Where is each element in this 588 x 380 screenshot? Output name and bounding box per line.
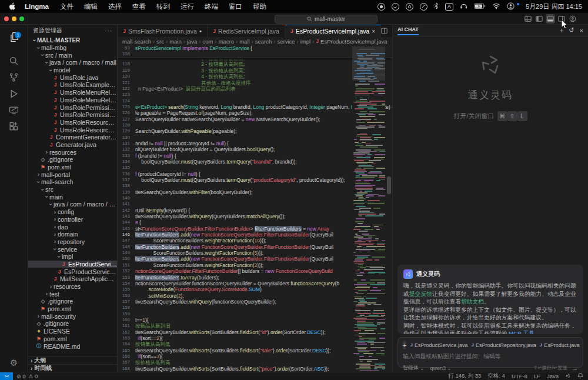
tree-item[interactable]: JUmsRoleResourceRelationExample.j...	[28, 126, 117, 134]
tree-item[interactable]: ›main	[28, 193, 117, 201]
breadcrumb-item[interactable]: com	[203, 38, 213, 45]
tree-item[interactable]: ›java / com / macro / mall	[28, 59, 117, 66]
menu-app-name[interactable]: Lingma	[19, 3, 55, 10]
tree-item[interactable]: ⚑pom.xml	[28, 164, 117, 171]
customize-layout-icon[interactable]	[523, 14, 533, 24]
breadcrumb-item[interactable]: main	[169, 38, 182, 45]
menu-item[interactable]: 选择	[103, 3, 127, 10]
status-item[interactable]: UTF-8	[512, 373, 527, 379]
tree-item[interactable]: JUmsRoleMenuRelation.java	[28, 89, 117, 96]
tree-item[interactable]: ◇.gitignore	[28, 156, 117, 164]
breadcrumb-item[interactable]: search	[255, 38, 272, 45]
maximize-window-button[interactable]	[19, 16, 24, 21]
status-item[interactable]: Java	[547, 373, 559, 379]
menu-item[interactable]: 文件	[55, 3, 79, 10]
command-center-search[interactable]: mall-master	[275, 15, 377, 24]
headphones-icon[interactable]	[460, 2, 467, 11]
menu-item[interactable]: 窗口	[223, 3, 248, 10]
explorer-icon[interactable]	[0, 29, 28, 45]
status-item[interactable]: 空格: 4	[487, 372, 505, 380]
tree-item[interactable]: JGenerator.java	[28, 141, 117, 149]
chat-input[interactable]: + JEsProductService.javaJEsProductReposi…	[397, 337, 583, 368]
tree-item[interactable]: ›domain	[28, 231, 117, 238]
tree-item[interactable]: ›service	[28, 245, 117, 253]
tree-item[interactable]: JUmsRoleResourceRelation.java	[28, 119, 117, 126]
editor-tab[interactable]: JRedisServiceImpl.java	[208, 25, 285, 37]
warnings-indicator[interactable]: ⚠ 0	[28, 373, 38, 379]
tree-item[interactable]: ✦LICENSE	[28, 328, 117, 335]
breadcrumb-item[interactable]: service	[277, 38, 295, 45]
breadcrumb-item[interactable]: macro	[219, 38, 234, 45]
inline-link[interactable]: MCP 工具	[509, 330, 534, 334]
editor-tab[interactable]: JEsProductServiceImpl.java×	[285, 25, 381, 37]
tree-item[interactable]: ›mall-search	[28, 178, 117, 186]
tree-item[interactable]: ◇.gitignore	[28, 320, 117, 328]
breadcrumb-item[interactable]: mall	[239, 38, 249, 45]
bell-icon[interactable]	[577, 372, 583, 380]
errors-indicator[interactable]: ⊘ 0	[16, 373, 26, 379]
inline-link[interactable]: 提交反馈	[409, 291, 432, 297]
tree-item[interactable]: ›dao	[28, 223, 117, 231]
toggle-sidebar-left-icon[interactable]	[534, 14, 544, 24]
minimap[interactable]	[352, 45, 385, 372]
breadcrumb-item[interactable]: java	[187, 38, 197, 45]
menu-item[interactable]: 查看	[127, 3, 151, 10]
menu-extra-icon-2[interactable]	[406, 3, 413, 11]
minimize-window-button[interactable]	[12, 16, 16, 21]
explorer-more-icon[interactable]: ···	[105, 28, 112, 34]
search-panel-icon[interactable]	[0, 53, 28, 68]
model-dropdown[interactable]: qwen3⌄	[430, 365, 452, 371]
screen-record-icon[interactable]	[377, 3, 385, 11]
tree-item[interactable]: ›resources	[28, 283, 117, 291]
bluetooth-icon[interactable]	[434, 2, 439, 11]
tree-item[interactable]: ›config	[28, 208, 117, 216]
chat-input-placeholder[interactable]: 输入问题或粘贴图片进行提问、编码等	[403, 353, 578, 361]
account-icon[interactable]	[568, 14, 577, 24]
settings-gear-icon[interactable]: ⚙	[0, 355, 28, 371]
tree-item[interactable]: ›test	[28, 290, 117, 298]
tree-item[interactable]: ›src / main	[28, 51, 117, 59]
close-tab-icon[interactable]: ×	[372, 28, 375, 35]
menu-clock[interactable]: 5月29日 周四 14:15	[526, 2, 582, 11]
context-chip[interactable]: JEsProduct.java	[540, 342, 580, 348]
tree-item[interactable]: JMallSearchApplication.java	[28, 275, 117, 283]
tree-item[interactable]: JUmsRolePermissionRelationExample.j...	[28, 111, 117, 119]
extensions-icon[interactable]	[0, 119, 28, 134]
menu-item[interactable]: 编辑	[79, 3, 103, 10]
editor-tab[interactable]: JSmsFlashPromotion.java●	[118, 25, 208, 37]
tree-item[interactable]: ›model	[28, 66, 117, 74]
context-chip[interactable]: JEsProductRepository.java	[471, 342, 536, 348]
source-control-icon[interactable]	[0, 69, 28, 85]
tree-item[interactable]: ›impl	[28, 253, 117, 261]
breadcrumb-item[interactable]: EsProductServiceImpl.java	[320, 38, 387, 45]
menu-item[interactable]: 终端	[199, 3, 223, 10]
close-window-button[interactable]	[4, 16, 9, 21]
tree-item[interactable]: ›resources	[28, 148, 117, 156]
tree-item[interactable]: JUmsRolePermissionRelation.java	[28, 104, 117, 111]
outline-section[interactable]: ›大纲	[28, 356, 117, 364]
menu-item[interactable]: 帮助	[248, 3, 272, 10]
tree-item[interactable]: JUmsRoleMenuRelationExample.java	[28, 96, 117, 104]
menu-item[interactable]: 运行	[175, 3, 199, 10]
tree-item[interactable]: ›MALL-MASTER	[28, 36, 117, 44]
add-context-button[interactable]: +	[403, 341, 406, 349]
tree-item[interactable]: ›repository	[28, 238, 117, 246]
wifi-icon[interactable]	[492, 3, 500, 11]
tab-ai-chat[interactable]: AI CHAT	[397, 25, 419, 35]
inline-link[interactable]: 帮助文档	[461, 298, 484, 305]
timeline-section[interactable]: ›时间线	[28, 364, 117, 372]
editor-scrollbar[interactable]	[385, 45, 392, 372]
remote-indicator[interactable]: ><	[0, 372, 13, 380]
send-icon[interactable]: →	[572, 365, 578, 372]
tree-item[interactable]: JUmsRoleExample.java	[28, 81, 117, 89]
tree-item[interactable]: ›mall-mbg	[28, 44, 117, 52]
tree-item[interactable]: JEsProductService.java	[28, 268, 117, 275]
user-menu-icon[interactable]	[507, 2, 514, 11]
tree-item[interactable]: ◇.gitignore	[28, 298, 117, 305]
run-debug-icon[interactable]	[0, 86, 28, 101]
menu-item[interactable]: 转到	[151, 3, 175, 10]
tree-item[interactable]: JUmsRole.java	[28, 74, 117, 81]
tree-item[interactable]: JEsProductServiceImpl.java	[28, 261, 117, 268]
lingma-status-icon[interactable]	[565, 373, 571, 380]
tree-item[interactable]: ⚑pom.xml	[28, 305, 117, 313]
